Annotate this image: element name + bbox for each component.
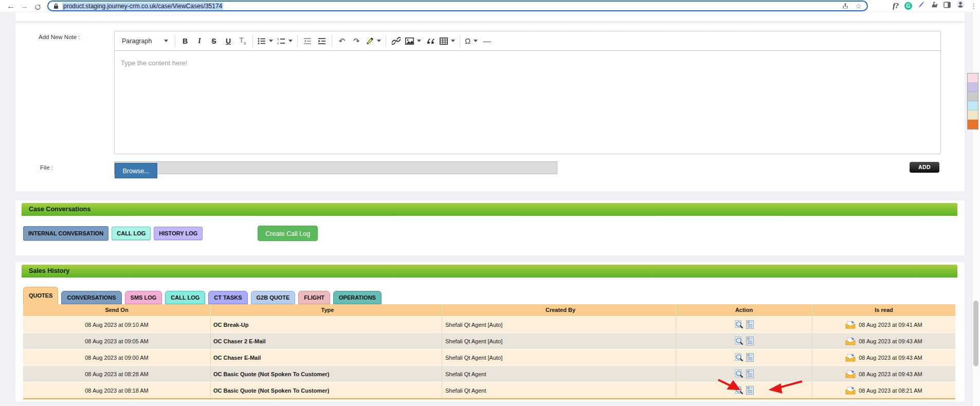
reload-icon[interactable]: [31, 0, 44, 12]
browse-button[interactable]: Browse...: [115, 163, 157, 178]
preview-quote-icon[interactable]: [735, 370, 743, 378]
is-read-timestamp: 08 Aug 2023 at 09:43 AM: [859, 338, 922, 344]
preview-quote-icon[interactable]: [735, 337, 743, 345]
insert-table-icon: [440, 38, 448, 45]
profile-avatar-icon[interactable]: [956, 0, 965, 12]
url-text[interactable]: product.staging.journey-crm.co.uk/case/V…: [62, 3, 223, 10]
insert-table-button[interactable]: [438, 34, 457, 48]
cell-created-by: Shefali Qt Agent: [442, 382, 676, 398]
preview-quote-icon[interactable]: [735, 386, 743, 395]
editor-content[interactable]: Type the content here!: [115, 51, 940, 154]
editor-placeholder: Type the content here!: [121, 59, 187, 67]
special-characters-button[interactable]: Ω: [463, 34, 480, 48]
browser-menu-icon[interactable]: ⋮: [970, 0, 977, 12]
tab-conversations[interactable]: CONVERSATIONS: [61, 291, 121, 304]
conversation-button-call-log[interactable]: CALL LOG: [112, 227, 151, 240]
cell-is-read: 08 Aug 2023 at 08:21 AM: [812, 382, 955, 398]
undo-button[interactable]: ↶: [335, 34, 349, 48]
link-button[interactable]: [389, 34, 403, 48]
lock-icon: [53, 3, 59, 9]
cell-is-read: 08 Aug 2023 at 09:43 AM: [812, 349, 955, 365]
col-send-on: Send On: [23, 304, 211, 316]
tab-sms-log[interactable]: SMS LOG: [125, 291, 162, 304]
view-details-icon[interactable]: [746, 337, 754, 345]
remove-format-button[interactable]: Tx: [235, 34, 250, 48]
case-conversations-header: Case Conversations: [22, 203, 957, 216]
cell-send-on: 08 Aug 2023 at 09:00 AM: [23, 349, 211, 365]
extensions-puzzle-icon[interactable]: [931, 0, 938, 12]
horizontal-line-button[interactable]: —: [480, 34, 494, 48]
indent-icon: [318, 38, 326, 45]
tab-g2b-quote[interactable]: G2B QUOTE: [251, 291, 296, 304]
color-swatch-4[interactable]: [968, 110, 978, 120]
conversation-button-history-log[interactable]: HISTORY LOG: [154, 227, 203, 240]
tab-ct-tasks[interactable]: CT TASKS: [208, 291, 247, 304]
tab-flight[interactable]: FLIGHT: [298, 291, 330, 304]
chevron-down-icon: [164, 40, 168, 42]
tab-call-log[interactable]: CALL LOG: [165, 291, 205, 304]
url-bar[interactable]: product.staging.journey-crm.co.uk/case/V…: [47, 1, 868, 11]
share-icon[interactable]: [842, 3, 849, 10]
italic-button[interactable]: I: [192, 34, 207, 48]
paragraph-style-button[interactable]: Paragraph: [118, 34, 172, 48]
svg-text:2.: 2.: [277, 42, 280, 45]
view-details-icon[interactable]: [746, 386, 754, 395]
chevron-down-icon: [451, 40, 455, 42]
table-row: 08 Aug 2023 at 09:00 AM OC Chaser E-Mail…: [23, 349, 955, 365]
strikethrough-button[interactable]: S: [207, 34, 221, 48]
outdent-icon: [303, 38, 312, 45]
preview-quote-icon[interactable]: [735, 320, 743, 329]
insert-image-button[interactable]: [403, 34, 423, 48]
sidepanel-icon[interactable]: [943, 0, 951, 12]
block-quote-button[interactable]: [423, 34, 438, 48]
create-call-log-button[interactable]: Create Call Log: [258, 226, 318, 241]
redo-icon: ↷: [353, 36, 360, 46]
file-input-track[interactable]: [114, 161, 557, 174]
insert-image-icon: [405, 38, 414, 45]
grammarly-icon[interactable]: G: [904, 2, 912, 10]
color-swatch-1[interactable]: [968, 83, 978, 92]
view-details-icon[interactable]: [746, 370, 754, 378]
back-icon[interactable]: ←: [4, 0, 17, 12]
link-icon: [392, 37, 401, 45]
case-conversations-section: Case Conversations INTERNAL CONVERSATION…: [15, 200, 965, 255]
cell-send-on: 08 Aug 2023 at 08:18 AM: [23, 382, 211, 398]
sales-history-header: Sales History: [22, 265, 957, 278]
color-swatch-5[interactable]: [968, 120, 978, 129]
underline-button[interactable]: U: [221, 34, 235, 48]
conversation-button-internal-conversation[interactable]: INTERNAL CONVERSATION: [23, 226, 108, 241]
pen-extension-icon[interactable]: [918, 0, 925, 12]
forward-icon[interactable]: →: [17, 0, 31, 12]
preview-quote-icon[interactable]: [735, 353, 743, 362]
file-label: File :: [40, 164, 53, 171]
outdent-button[interactable]: [300, 34, 315, 48]
bold-button[interactable]: B: [178, 34, 192, 48]
font-extension-icon[interactable]: f?: [893, 0, 899, 12]
browser-toolbar: ← → product.staging.journey-crm.co.uk/ca…: [0, 0, 980, 12]
view-details-icon[interactable]: [746, 320, 754, 329]
special-characters-icon: Ω: [465, 36, 470, 45]
tab-operations[interactable]: OPERATIONS: [333, 291, 382, 304]
tab-quotes[interactable]: QUOTES: [23, 287, 58, 304]
color-swatch-0[interactable]: [968, 73, 978, 83]
cell-type: OC Chaser E-Mail: [211, 349, 442, 365]
redo-button[interactable]: ↷: [349, 34, 364, 48]
highlight-button[interactable]: [364, 34, 383, 48]
scrollbar-thumb[interactable]: [973, 301, 978, 366]
bookmark-star-icon[interactable]: ☆: [855, 2, 862, 10]
indent-button[interactable]: [315, 34, 329, 48]
numbered-list-icon: 1.2.: [277, 38, 285, 45]
cell-action: [676, 333, 812, 349]
svg-text:1.: 1.: [277, 38, 280, 41]
view-details-icon[interactable]: [746, 353, 754, 362]
color-swatch-2[interactable]: [968, 92, 978, 101]
add-button[interactable]: ADD: [910, 162, 939, 173]
col-action: Action: [676, 304, 812, 316]
table-header-row: Send On Type Created By Action Is read: [23, 304, 955, 316]
is-read-timestamp: 08 Aug 2023 at 09:41 AM: [859, 322, 922, 328]
numbered-list-button[interactable]: 1.2.: [275, 34, 295, 48]
bulleted-list-button[interactable]: [256, 34, 275, 48]
table-row: 08 Aug 2023 at 09:05 AM OC Chaser 2 E-Ma…: [23, 333, 955, 349]
email-read-icon: [845, 370, 856, 378]
color-swatch-3[interactable]: [968, 101, 978, 110]
